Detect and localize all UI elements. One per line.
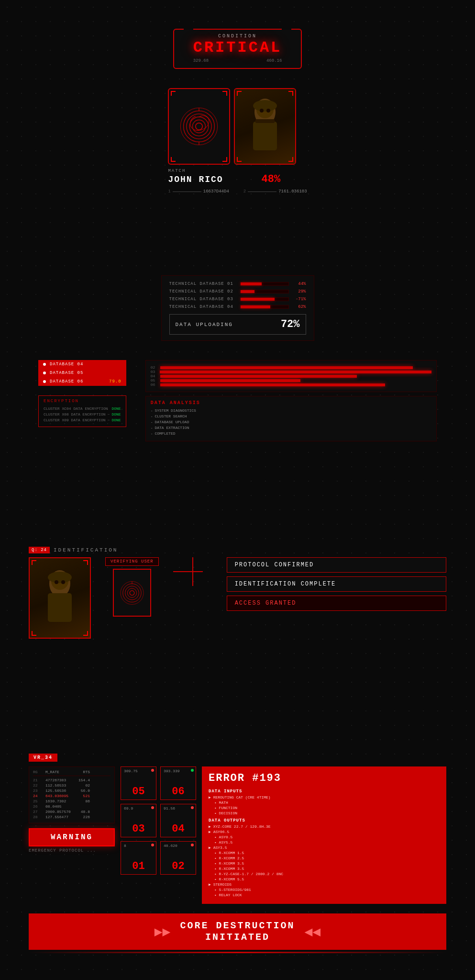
side-db-dot-2 xyxy=(43,380,46,383)
analysis-bars: 02 03 04 05 06 xyxy=(145,360,437,392)
side-db-btn-0[interactable]: DATABASE 04 xyxy=(38,360,126,369)
mp-top-2-0: 8 xyxy=(124,844,153,848)
condition-section: CONDITION CRITICAL 329.68 460.16 xyxy=(0,0,475,83)
abar-rows: 02 03 04 05 06 xyxy=(151,365,431,387)
side-right-panel: 02 03 04 05 06 DATA ANALYSIS SYSTEM DIAG… xyxy=(145,360,437,441)
db-label-0: TECHNICAL DATABASE 01 xyxy=(169,282,236,286)
side-db-btn-1[interactable]: DATABASE 05 xyxy=(38,369,126,377)
mini-panel-0-0: 309.75 05 xyxy=(121,766,156,800)
enc-text-2: CLUSTER X09 DATA ENCRYPTION xyxy=(44,418,106,422)
error-output-1: ASY06.5ASY0.5ASY5.5 xyxy=(209,830,440,845)
db-bar-fill-1 xyxy=(241,290,254,293)
error-outputs: XYZ-CORE 22.7 / 129.8H.3EASY06.5ASY0.5AS… xyxy=(209,824,440,897)
data-analysis-box: DATA ANALYSIS SYSTEM DIAGNOSTICSCLUSTER … xyxy=(145,396,437,441)
abar-fill-3 xyxy=(160,379,301,382)
status-item-1: IDENTIFICATION COMPLETE xyxy=(227,576,446,592)
abar-row-2: 04 xyxy=(151,374,431,378)
side-left-panel: DATABASE 04 DATABASE 05 DATABASE 06 79.0… xyxy=(38,360,126,441)
error-panel: ERROR #193 DATA INPUTS REROUTING CAT (CR… xyxy=(202,766,446,904)
upload-label: DATA UPLOADING xyxy=(176,322,233,327)
abar-row-3: 05 xyxy=(151,378,431,383)
error-title: ERROR #193 xyxy=(209,772,440,784)
svg-point-20 xyxy=(61,580,65,584)
da-item-0: SYSTEM DIAGNOSTICS xyxy=(151,408,431,413)
cd-text: CORE DESTRUCTIONINITIATED xyxy=(180,920,295,943)
error-output-sub-2-1: R-XCOMM 2.5 xyxy=(214,856,440,860)
error-input-sub-0-2: DECISION xyxy=(214,811,440,815)
error-output-0: XYZ-CORE 22.7 / 129.8H.3E xyxy=(209,824,440,829)
vr-table: RG M_RATE RTS 21 477267383 154.4 22 112.… xyxy=(29,766,115,823)
mini-panel-0-1: 393.339 06 xyxy=(160,766,196,800)
db-pct-0: 44% xyxy=(293,282,306,286)
error-output-text-3: STEROIDS xyxy=(209,882,440,887)
mp-top-2-1: 40.620 xyxy=(164,844,193,848)
vr-content: RG M_RATE RTS 21 477267383 154.4 22 112.… xyxy=(29,766,446,904)
mp-main-2-0: 01 xyxy=(124,860,153,872)
enc-dash-1 xyxy=(108,414,110,415)
vr-left: RG M_RATE RTS 21 477267383 154.4 22 112.… xyxy=(29,766,115,853)
vr-table-row-2: 23 125.56536 56.0 xyxy=(33,789,110,793)
error-output-text-1: ASY06.5 xyxy=(209,830,440,834)
vr-table-row-6: 27 2000.857570 48.8 xyxy=(33,810,110,814)
ident-fp-section: VERIFYING USER xyxy=(105,557,159,617)
db-bar-fill-3 xyxy=(241,305,270,308)
svg-point-19 xyxy=(55,580,58,584)
abar-num-4: 06 xyxy=(151,383,157,387)
side-db-btn-2[interactable]: DATABASE 06 79.0 xyxy=(38,377,126,386)
condition-numbers: 329.68 460.16 xyxy=(193,58,282,63)
error-input-sub-0-1: FUNCTION xyxy=(214,806,440,810)
da-item-3: DATA EXTRACTION xyxy=(151,426,431,430)
side-db-label-0: DATABASE 04 xyxy=(50,362,83,367)
databases-section: TECHNICAL DATABASE 01 44% TECHNICAL DATA… xyxy=(0,247,475,350)
abar-row-4: 06 xyxy=(151,383,431,387)
database-rows: TECHNICAL DATABASE 01 44% TECHNICAL DATA… xyxy=(169,282,306,309)
side-db-dot-1 xyxy=(43,372,46,374)
enc-row-0: CLUSTER XC04 DATA ENCRYPTION DONE xyxy=(44,406,121,411)
abar-fill-1 xyxy=(160,371,431,373)
vr-num-5: 26 xyxy=(33,804,42,809)
condition-label: CONDITION xyxy=(193,34,282,39)
db-bar-2 xyxy=(240,297,289,301)
fingerprint-icon xyxy=(177,105,221,148)
mp-top-1-1: 91.56 xyxy=(164,806,193,811)
mini-panel-row-2: 8 01 40.620 02 xyxy=(121,841,196,875)
condition-num-right: 460.16 xyxy=(266,58,282,63)
mini-panel-row-0: 309.75 05 393.339 06 xyxy=(121,766,196,800)
vr-num-0: 21 xyxy=(33,778,42,782)
db-row-3: TECHNICAL DATABASE 04 62% xyxy=(169,304,306,309)
verifying-label: VERIFYING USER xyxy=(105,557,159,566)
enc-dash-2 xyxy=(108,420,110,420)
error-output-sub-2-0: R-XCOMM 1.5 xyxy=(214,851,440,855)
vr-table-row-3: 24 643.036095 521 xyxy=(33,794,110,798)
da-items: SYSTEM DIAGNOSTICSCLUSTER SEARCHDATABASE… xyxy=(151,408,431,436)
error-output-text-0: XYZ-CORE 22.7 / 129.8H.3E xyxy=(209,824,440,829)
ident-fp-box xyxy=(113,569,151,617)
error-output-sub-2-2: R-XCOMM 3.5 xyxy=(214,861,440,866)
svg-point-22 xyxy=(127,588,136,597)
encryption-title: ENCRYPTION xyxy=(44,399,121,404)
condition-num-left: 329.68 xyxy=(193,58,209,63)
abar-num-2: 04 xyxy=(151,374,157,378)
mini-panel-2-0: 8 01 xyxy=(121,841,156,875)
db-pct-2: -71% xyxy=(293,297,306,302)
error-input-sub-0-0: MATH xyxy=(214,800,440,805)
error-output-sub-2-4: R-YZ-CASE-1.7 / 2800.2 / 8NC xyxy=(214,872,440,876)
cd-arrow-left: ▶▶ xyxy=(155,924,171,940)
id1-val: 16637D44D4 xyxy=(203,189,229,194)
ident-image-box xyxy=(29,557,91,639)
vr-rts-3: 521 xyxy=(76,794,90,798)
ident-title: IDENTIFICATION xyxy=(54,547,118,553)
warning-button[interactable]: WARNING xyxy=(29,828,115,846)
vr-mrate-0: 477267383 xyxy=(45,778,72,782)
svg-rect-14 xyxy=(255,119,275,123)
da-title: DATA ANALYSIS xyxy=(151,400,431,406)
vr-mrate-4: 1630.7302 xyxy=(45,799,72,803)
enc-row-1: CLUSTER X08 DATA ENCRYPTION DONE xyxy=(44,412,121,417)
db-bar-0 xyxy=(240,282,289,286)
svg-rect-16 xyxy=(48,593,72,622)
id2-val: 7161.036103 xyxy=(278,189,307,194)
enc-status-2: DONE xyxy=(111,418,121,422)
abar-num-3: 05 xyxy=(151,378,157,383)
upload-bar: DATA UPLOADING 72% xyxy=(169,314,306,335)
error-output-sub-1-1: ASY5.5 xyxy=(214,840,440,845)
